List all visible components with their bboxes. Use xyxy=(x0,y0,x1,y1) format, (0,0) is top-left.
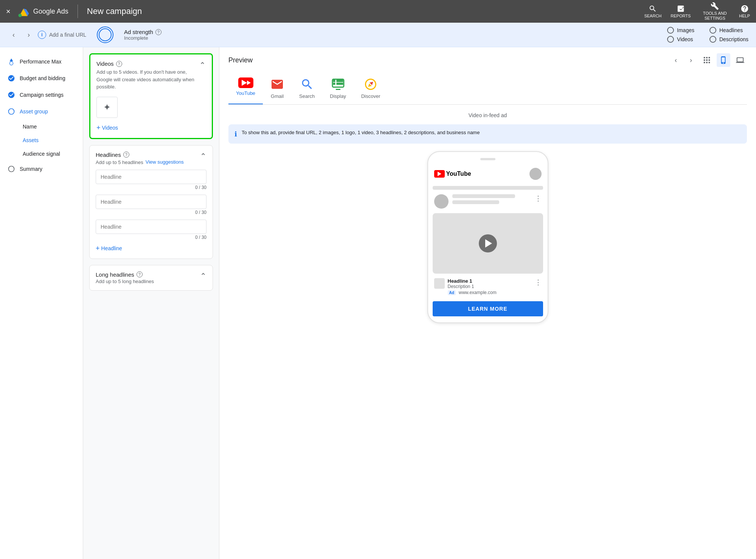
yt-cta-button[interactable]: LEARN MORE xyxy=(433,301,543,316)
ad-strength-help[interactable]: ? xyxy=(155,29,161,35)
sidebar-item-asset-group[interactable]: Asset group xyxy=(0,103,83,120)
sidebar-label-summary: Summary xyxy=(20,166,42,172)
videos-description: Add up to 5 videos. If you don't have on… xyxy=(96,68,199,91)
asb-videos-checkbox[interactable]: Videos xyxy=(667,36,694,43)
tab-discover[interactable]: Discover xyxy=(354,73,388,104)
headline-input-1-wrap: 0 / 30 xyxy=(96,170,206,190)
asb-url-text: Add a final URL xyxy=(49,32,86,38)
yt-title-line1 xyxy=(452,194,515,198)
yt-logo-text: YouTube xyxy=(446,170,471,177)
long-headlines-title: Long headlines ? xyxy=(96,271,154,278)
headlines-header-row: Headlines ? Add up to 5 headlines View s… xyxy=(96,152,206,165)
sidebar-label-campaign-settings: Campaign settings xyxy=(20,92,64,98)
sidebar-item-performance-max[interactable]: Performance Max xyxy=(0,53,83,70)
headlines-collapse-button[interactable]: ⌃ xyxy=(200,152,206,161)
asb-headlines-checkbox[interactable]: Headlines xyxy=(709,27,748,34)
reports-nav-label: REPORTS xyxy=(671,14,691,18)
view-suggestions-link[interactable]: View suggestions xyxy=(146,159,184,165)
sidebar-subitems: Name Assets Audience signal xyxy=(0,120,83,161)
help-nav-item[interactable]: HELP xyxy=(739,5,750,18)
headline-char-count-3: 0 / 30 xyxy=(96,235,206,240)
reports-nav-item[interactable]: REPORTS xyxy=(671,5,691,18)
asb-checkboxes: Images Videos Headlines Descriptions xyxy=(667,27,748,43)
asb-videos-label: Videos xyxy=(677,36,693,42)
long-headlines-help-button[interactable]: ? xyxy=(137,271,143,277)
headline-input-3[interactable] xyxy=(96,220,206,234)
mobile-icon xyxy=(719,56,728,64)
long-headlines-sub-label: Add up to 5 long headlines xyxy=(96,279,154,284)
asb-forward-button[interactable]: › xyxy=(23,29,35,41)
sidebar-item-budget-bidding[interactable]: Budget and bidding xyxy=(0,70,83,87)
grid-icon xyxy=(703,56,711,64)
headline-input-1[interactable] xyxy=(96,170,206,184)
circle-icon-asset xyxy=(8,108,15,115)
tools-nav-item[interactable]: TOOLS AND SETTINGS xyxy=(700,2,730,21)
help-nav-label: HELP xyxy=(739,14,750,18)
sidebar-item-campaign-settings[interactable]: Campaign settings xyxy=(0,87,83,103)
yt-ad-more-options-button[interactable]: ⋮ xyxy=(535,278,542,286)
asb-images-checkbox[interactable]: Images xyxy=(667,27,694,34)
long-headlines-collapse-button[interactable]: ⌃ xyxy=(200,271,206,280)
preview-back-button[interactable]: ‹ xyxy=(670,54,682,66)
ad-strength-bar: ‹ › i Add a final URL Ad strength ? Inco… xyxy=(0,23,756,47)
info-box: ℹ To show this ad, provide final URL, 2 … xyxy=(228,124,747,144)
add-videos-button[interactable]: + Videos xyxy=(96,124,118,132)
search-icon xyxy=(649,5,657,13)
asb-circle xyxy=(97,26,113,43)
sidebar-subitem-assets[interactable]: Assets xyxy=(15,133,83,147)
svg-point-6 xyxy=(9,109,14,115)
asb-inner-circle xyxy=(99,28,112,41)
sidebar-item-summary[interactable]: Summary xyxy=(0,161,83,177)
svg-rect-17 xyxy=(709,62,710,63)
logo-icon xyxy=(17,5,30,18)
preview-grid-view-button[interactable] xyxy=(700,53,714,67)
preview-forward-button[interactable]: › xyxy=(685,54,697,66)
info-circle-icon: ℹ xyxy=(234,130,237,138)
gmail-tab-icon xyxy=(270,77,284,91)
svg-rect-16 xyxy=(706,62,708,63)
videos-help-button[interactable]: ? xyxy=(116,61,122,67)
asb-info-button[interactable]: i xyxy=(38,31,46,39)
sidebar-label-budget-bidding: Budget and bidding xyxy=(20,75,65,81)
asb-strength-title: Ad strength ? xyxy=(124,29,161,35)
asb-headlines-check-circle xyxy=(709,27,716,34)
phone-mockup: YouTube ⋮ xyxy=(427,151,548,323)
tab-search[interactable]: Search xyxy=(292,73,322,104)
add-headline-plus: + xyxy=(96,245,100,252)
asb-strength: Ad strength ? Incomplete xyxy=(124,29,161,41)
asb-back-button[interactable]: ‹ xyxy=(8,29,20,41)
check-circle-icon-settings xyxy=(8,91,15,99)
tab-youtube[interactable]: YouTube xyxy=(228,73,263,104)
close-button[interactable]: × xyxy=(6,7,11,16)
preview-nav: ‹ › xyxy=(670,53,747,67)
svg-rect-19 xyxy=(333,80,335,82)
yt-play-button[interactable] xyxy=(479,234,497,252)
headline-char-count-2: 0 / 30 xyxy=(96,210,206,215)
tools-icon xyxy=(711,2,719,10)
yt-ad-thumbnail-icon xyxy=(434,278,445,289)
sidebar-subitem-name[interactable]: Name xyxy=(15,120,83,133)
asb-nav: ‹ › i Add a final URL xyxy=(8,29,86,41)
asb-descriptions-checkbox[interactable]: Descriptions xyxy=(709,36,748,43)
yt-more-options-button[interactable]: ⋮ xyxy=(535,194,542,203)
add-video-placeholder: ✦ xyxy=(96,97,118,118)
search-nav-item[interactable]: SEARCH xyxy=(644,5,661,18)
yt-ad-text-group: Headline 1 Description 1 Ad www.example.… xyxy=(448,278,535,295)
svg-rect-12 xyxy=(704,59,705,61)
long-headlines-section: Long headlines ? Add up to 5 long headli… xyxy=(89,265,213,291)
tab-gmail[interactable]: Gmail xyxy=(263,73,292,104)
preview-desktop-view-button[interactable] xyxy=(733,53,747,67)
sidebar-subitem-audience-signal[interactable]: Audience signal xyxy=(15,147,83,161)
add-headline-button[interactable]: + Headline xyxy=(96,245,122,252)
preview-mobile-view-button[interactable] xyxy=(717,53,730,67)
svg-rect-11 xyxy=(709,57,710,59)
discover-tab-label: Discover xyxy=(361,93,380,99)
headline-input-2[interactable] xyxy=(96,195,206,209)
videos-collapse-button[interactable]: ⌃ xyxy=(199,60,206,70)
youtube-tab-icon xyxy=(238,77,253,88)
display-tab-label: Display xyxy=(330,93,346,99)
yt-mockup-logo: YouTube xyxy=(434,170,471,178)
headlines-help-button[interactable]: ? xyxy=(123,152,129,158)
tab-display[interactable]: Display xyxy=(322,73,354,104)
content-area: Videos ? Add up to 5 videos. If you don'… xyxy=(83,47,756,559)
